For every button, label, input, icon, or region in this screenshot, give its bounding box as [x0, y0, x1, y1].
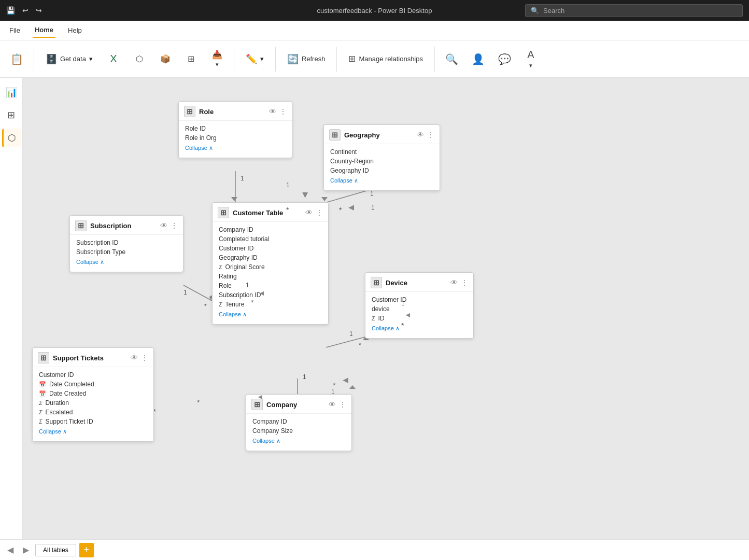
transform-button[interactable]: ✏️ ▾	[239, 50, 270, 68]
get-data-icon: 🗄️	[46, 53, 57, 65]
sup-field-datecreated: 📅 Date Created	[39, 389, 147, 398]
sql-button[interactable]: 📦	[154, 52, 177, 66]
support-visibility-icon[interactable]: 👁	[131, 354, 138, 362]
customer-title-label: Customer Table	[233, 209, 283, 217]
geography-actions[interactable]: 👁 ⋮	[417, 131, 434, 139]
sidebar-report-icon[interactable]: 📊	[2, 83, 21, 102]
subscription-more-icon[interactable]: ⋮	[171, 221, 178, 230]
customer-title: ⊞ Customer Table	[218, 207, 283, 218]
excel-button[interactable]: X	[102, 51, 125, 67]
company-collapse[interactable]: Collapse ∧	[252, 436, 345, 447]
paste-button[interactable]: 📋	[5, 51, 29, 67]
add-user-button[interactable]: 👤	[467, 51, 490, 67]
refresh-button[interactable]: 🔄 Refresh	[281, 50, 332, 68]
subscription-collapse[interactable]: Collapse ∧	[76, 257, 177, 269]
nav-prev[interactable]: ◀	[4, 543, 17, 557]
search-bar[interactable]: 🔍 Search	[525, 4, 743, 17]
support-collapse[interactable]: Collapse ∧	[39, 426, 147, 438]
manage-rel-icon: ⊞	[348, 53, 356, 64]
role-visibility-icon[interactable]: 👁	[269, 107, 276, 116]
device-visibility-icon[interactable]: 👁	[450, 278, 458, 287]
rel-label-geo-star: *	[339, 206, 342, 214]
role-actions[interactable]: 👁 ⋮	[269, 107, 287, 116]
menu-file[interactable]: File	[7, 23, 22, 37]
cust-field-role: Role	[219, 281, 322, 290]
dev-field-custid: Customer ID	[372, 295, 467, 304]
recent-chevron: ▾	[216, 61, 219, 68]
comp-arrow: ▶	[343, 377, 348, 385]
subscription-table-card: ⊞ Subscription 👁 ⋮ Subscription ID Subsc…	[69, 215, 183, 272]
enter-data-button[interactable]: ⊞	[180, 52, 203, 66]
all-tables-label: All tables	[43, 547, 68, 554]
support-actions[interactable]: 👁 ⋮	[131, 354, 148, 362]
support-title: ⊞ Support Tickets	[38, 352, 104, 363]
cust-field-geoid: Geography ID	[219, 253, 322, 262]
text-chevron: ▾	[529, 62, 532, 69]
sup-field-custid: Customer ID	[39, 370, 147, 380]
save-icon[interactable]: 💾	[6, 6, 15, 15]
add-tab-button[interactable]: +	[79, 543, 94, 557]
text-size-button[interactable]: A ▾	[519, 47, 542, 71]
cust-field-rating: Rating	[219, 272, 322, 281]
sidebar-data-icon[interactable]: ⊞	[2, 106, 21, 124]
geography-collapse[interactable]: Collapse ∧	[330, 175, 433, 187]
dev-field-id: Σ ID	[372, 314, 467, 323]
company-more-icon[interactable]: ⋮	[339, 400, 346, 409]
device-actions[interactable]: 👁 ⋮	[450, 278, 468, 287]
subscription-table-icon: ⊞	[75, 220, 87, 231]
svg-text:1: 1	[241, 175, 244, 182]
role-more-icon[interactable]: ⋮	[279, 107, 287, 116]
get-data-button[interactable]: 🗄️ Get data ▾	[39, 50, 99, 68]
role-title-label: Role	[199, 108, 214, 116]
svg-text:*: *	[359, 342, 361, 349]
subscription-title-label: Subscription	[90, 222, 131, 230]
dataverse-button[interactable]: ⬡	[128, 52, 151, 66]
ribbon-divider-1	[34, 47, 34, 72]
menu-home[interactable]: Home	[33, 23, 55, 38]
svg-line-12	[326, 337, 365, 347]
sup-arrow: ▼	[257, 394, 265, 401]
role-collapse[interactable]: Collapse ∧	[185, 143, 286, 155]
all-tables-tab[interactable]: All tables	[35, 544, 76, 556]
support-card-body: Customer ID 📅 Date Completed 📅 Date Crea…	[33, 367, 153, 441]
subscription-visibility-icon[interactable]: 👁	[160, 221, 167, 230]
geography-title: ⊞ Geography	[329, 129, 380, 141]
customer-visibility-icon[interactable]: 👁	[305, 208, 313, 217]
device-collapse[interactable]: Collapse ∧	[372, 323, 467, 335]
role-table-icon: ⊞	[184, 106, 195, 117]
device-more-icon[interactable]: ⋮	[461, 278, 468, 287]
device-title-label: Device	[386, 279, 407, 287]
bottombar: ◀ ▶ All tables +	[0, 539, 749, 560]
company-actions[interactable]: 👁 ⋮	[329, 400, 346, 409]
geography-table-icon: ⊞	[329, 129, 341, 141]
menu-help[interactable]: Help	[66, 23, 84, 37]
support-more-icon[interactable]: ⋮	[141, 354, 148, 362]
geography-card-header: ⊞ Geography 👁 ⋮	[324, 125, 440, 144]
redo-icon[interactable]: ↪	[36, 6, 42, 15]
company-visibility-icon[interactable]: 👁	[329, 400, 336, 409]
sub-customer-arrow: ▼	[258, 290, 266, 297]
find-icon: 🔍	[445, 53, 458, 65]
chat-button[interactable]: 💬	[493, 51, 516, 67]
transform-chevron: ▾	[260, 55, 264, 63]
role-field-roleinorg: Role in Org	[185, 133, 286, 143]
find-button[interactable]: 🔍	[440, 51, 463, 67]
geography-more-icon[interactable]: ⋮	[427, 131, 434, 139]
cust-field-custid: Customer ID	[219, 244, 322, 253]
comp-field-companysize: Company Size	[252, 426, 345, 436]
customer-collapse[interactable]: Collapse ∧	[219, 309, 322, 321]
undo-icon[interactable]: ↩	[22, 6, 29, 15]
titlebar-window-controls[interactable]: 💾 ↩ ↪	[6, 6, 42, 15]
recent-sources-button[interactable]: 📥 ▾	[206, 48, 229, 70]
device-title: ⊞ Device	[371, 277, 407, 288]
sidebar-model-icon[interactable]: ⬡	[2, 129, 21, 147]
device-card-body: Customer ID device Σ ID Collapse ∧	[365, 292, 473, 338]
nav-next[interactable]: ▶	[20, 543, 32, 557]
manage-relationships-button[interactable]: ⊞ Manage relationships	[342, 50, 429, 67]
geography-visibility-icon[interactable]: 👁	[417, 131, 424, 139]
subscription-actions[interactable]: 👁 ⋮	[160, 221, 178, 230]
customer-more-icon[interactable]: ⋮	[316, 208, 323, 217]
customer-actions[interactable]: 👁 ⋮	[305, 208, 323, 217]
enter-data-icon: ⊞	[188, 54, 194, 64]
geo-field-country: Country-Region	[330, 157, 433, 166]
